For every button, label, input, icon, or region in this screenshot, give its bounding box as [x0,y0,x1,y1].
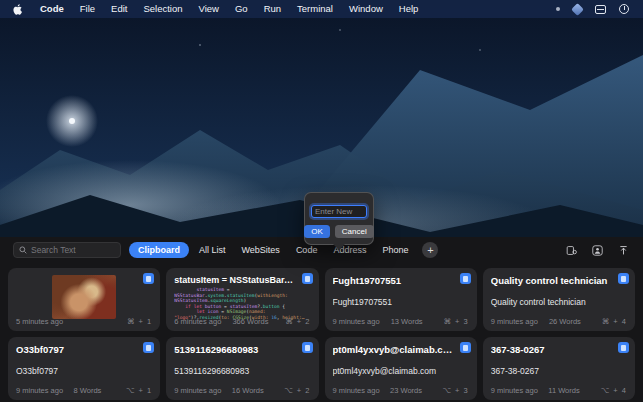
card-body: Fught19707551 [333,297,469,307]
copy-badge-icon[interactable] [143,273,154,284]
card-shortcut: ⌥ + 4 [601,386,627,395]
card-shortcut: ⌘ + 4 [602,317,627,326]
thumbnail-image [52,275,116,319]
copy-badge-icon[interactable] [618,342,629,353]
card-word-count: 16 Words [232,386,284,395]
card-body: O33bf0797 [16,366,152,376]
card-title: O33bf0797 [16,344,152,355]
clipboard-card[interactable]: Fught19707551 Fught19707551 9 minutes ag… [325,268,477,331]
card-timestamp: 9 minutes ago [16,386,74,395]
menu-item-terminal[interactable]: Terminal [289,0,341,18]
card-timestamp: 5 minutes ago [16,317,74,326]
menu-item-run[interactable]: Run [256,0,289,18]
new-list-popover: OK Cancel [304,192,374,245]
menu-item-file[interactable]: File [72,0,103,18]
card-grid: 5 minutes ago ⌘ + 1 statusItem = NSStatu… [0,263,643,400]
menu-item-go[interactable]: Go [227,0,256,18]
card-timestamp: 9 minutes ago [333,317,391,326]
copy-badge-icon[interactable] [143,342,154,353]
card-word-count: 8 Words [74,386,126,395]
card-timestamp: 9 minutes ago [174,386,232,395]
card-word-count: 13 Words [391,317,444,326]
code-snippet: statusItem = NSStatusBar.system.statusIt… [174,287,310,321]
menu-item-edit[interactable]: Edit [103,0,135,18]
server-icon[interactable] [595,5,606,14]
paste-icon[interactable] [566,245,577,256]
card-word-count: 11 Words [548,386,600,395]
card-title: Quality control technician [491,275,627,286]
card-body: Quality control technician [491,297,627,307]
ok-button[interactable]: OK [304,225,330,238]
menu-item-view[interactable]: View [191,0,227,18]
clipboard-card[interactable]: O33bf0797 O33bf0797 9 minutes ago 8 Word… [8,337,160,400]
card-shortcut: ⌘ + 3 [444,317,469,326]
card-title: pt0ml4yxvyb@claimab.com [333,344,469,355]
card-shortcut: ⌥ + 3 [442,386,468,395]
card-title: Fught19707551 [333,275,469,286]
card-title: 5139116296680983 [174,344,310,355]
copy-badge-icon[interactable] [460,273,471,284]
card-body: pt0ml4yxvyb@claimab.com [333,366,469,376]
tab-bar: Clipboard All List WebSites Code Address… [129,242,438,258]
clipboard-card[interactable]: pt0ml4yxvyb@claimab.com pt0ml4yxvyb@clai… [325,337,477,400]
app-diamond-icon[interactable] [571,3,584,16]
menu-item-window[interactable]: Window [341,0,391,18]
pin-top-icon[interactable] [618,245,629,256]
status-dot [556,7,560,11]
card-shortcut: ⌥ + 1 [126,386,152,395]
card-body: 367-38-0267 [491,366,627,376]
card-timestamp: 9 minutes ago [491,317,549,326]
tab-phone[interactable]: Phone [376,242,414,258]
copy-badge-icon[interactable] [618,273,629,284]
card-title: 367-38-0267 [491,344,627,355]
copy-badge-icon[interactable] [302,342,313,353]
cancel-button[interactable]: Cancel [335,225,374,238]
apple-logo-icon[interactable] [10,4,24,15]
menu-item-selection[interactable]: Selection [135,0,190,18]
card-shortcut: ⌥ + 2 [284,386,310,395]
search-icon [19,246,27,254]
card-shortcut: ⌘ + 1 [127,317,152,326]
tab-clipboard[interactable]: Clipboard [129,242,189,258]
clipboard-card-code[interactable]: statusItem = NSStatusBar.system.sta... s… [166,268,318,331]
menu-item-help[interactable]: Help [391,0,427,18]
card-word-count: 366 Words [232,317,285,326]
clipboard-card[interactable]: 367-38-0267 367-38-0267 9 minutes ago 11… [483,337,635,400]
card-shortcut: ⌘ + 2 [285,317,310,326]
clipboard-panel: Clipboard All List WebSites Code Address… [0,237,643,402]
card-timestamp: 6 minutes ago [174,317,232,326]
clipboard-card[interactable]: 5139116296680983 5139116296680983 9 minu… [166,337,318,400]
card-timestamp: 9 minutes ago [491,386,549,395]
tab-all-list[interactable]: All List [193,242,232,258]
user-icon[interactable] [592,245,603,256]
menu-item-code[interactable]: Code [32,0,72,18]
card-word-count: 26 Words [549,317,602,326]
search-box[interactable] [13,242,121,258]
card-title: statusItem = NSStatusBar.system.sta... [174,275,310,285]
copy-badge-icon[interactable] [302,273,313,284]
search-input[interactable] [31,245,115,255]
copy-badge-icon[interactable] [460,342,471,353]
add-list-button[interactable]: + [422,242,438,258]
new-list-name-input[interactable] [311,205,367,218]
card-word-count: 23 Words [390,386,442,395]
card-timestamp: 9 minutes ago [333,386,391,395]
clipboard-card[interactable]: Quality control technician Quality contr… [483,268,635,331]
clipboard-card-image[interactable]: 5 minutes ago ⌘ + 1 [8,268,160,331]
menu-bar: Code File Edit Selection View Go Run Ter… [0,0,643,18]
card-body: 5139116296680983 [174,366,310,376]
clock-icon[interactable] [619,4,629,14]
tab-websites[interactable]: WebSites [236,242,286,258]
